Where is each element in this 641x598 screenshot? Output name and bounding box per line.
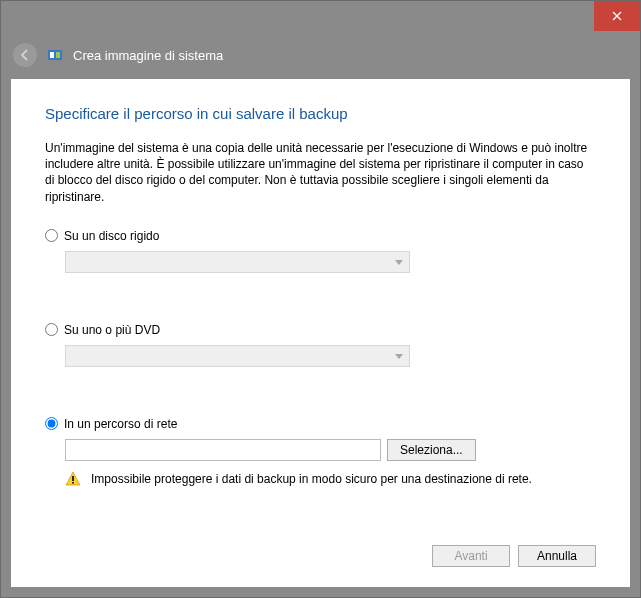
- wizard-window: Crea immagine di sistema Specificare il …: [0, 0, 641, 598]
- option-hard-disk: Su un disco rigido: [45, 229, 596, 273]
- svg-rect-4: [56, 52, 60, 58]
- combo-dvd[interactable]: [65, 345, 410, 367]
- titlebar: [1, 1, 640, 31]
- close-icon: [612, 11, 622, 21]
- label-network: In un percorso di rete: [64, 417, 177, 431]
- radio-network[interactable]: [45, 417, 58, 430]
- network-warning-text: Impossibile proteggere i dati di backup …: [91, 472, 532, 486]
- radio-dvd[interactable]: [45, 323, 58, 336]
- radio-hard-disk[interactable]: [45, 229, 58, 242]
- page-description: Un'immagine del sistema è una copia dell…: [45, 140, 596, 205]
- warning-icon: [65, 471, 81, 487]
- label-hard-disk: Su un disco rigido: [64, 229, 159, 243]
- network-path-input[interactable]: [65, 439, 381, 461]
- next-button[interactable]: Avanti: [432, 545, 510, 567]
- svg-rect-6: [72, 482, 74, 484]
- close-button[interactable]: [594, 1, 640, 31]
- network-warning-row: Impossibile proteggere i dati di backup …: [65, 471, 596, 487]
- footer: Avanti Annulla: [45, 525, 596, 567]
- header-title: Crea immagine di sistema: [73, 48, 223, 63]
- content-wrap: Specificare il percorso in cui salvare i…: [1, 79, 640, 597]
- back-button[interactable]: [13, 43, 37, 67]
- combo-hard-disk[interactable]: [65, 251, 410, 273]
- back-arrow-icon: [18, 48, 32, 62]
- cancel-button[interactable]: Annulla: [518, 545, 596, 567]
- svg-rect-3: [50, 52, 54, 58]
- select-network-button[interactable]: Seleziona...: [387, 439, 476, 461]
- svg-rect-5: [72, 476, 74, 481]
- app-icon: [47, 47, 63, 63]
- header-bar: Crea immagine di sistema: [1, 31, 640, 79]
- label-dvd: Su uno o più DVD: [64, 323, 160, 337]
- option-dvd: Su uno o più DVD: [45, 323, 596, 367]
- content-panel: Specificare il percorso in cui salvare i…: [11, 79, 630, 587]
- page-heading: Specificare il percorso in cui salvare i…: [45, 105, 596, 122]
- option-network: In un percorso di rete Seleziona... Impo…: [45, 417, 596, 487]
